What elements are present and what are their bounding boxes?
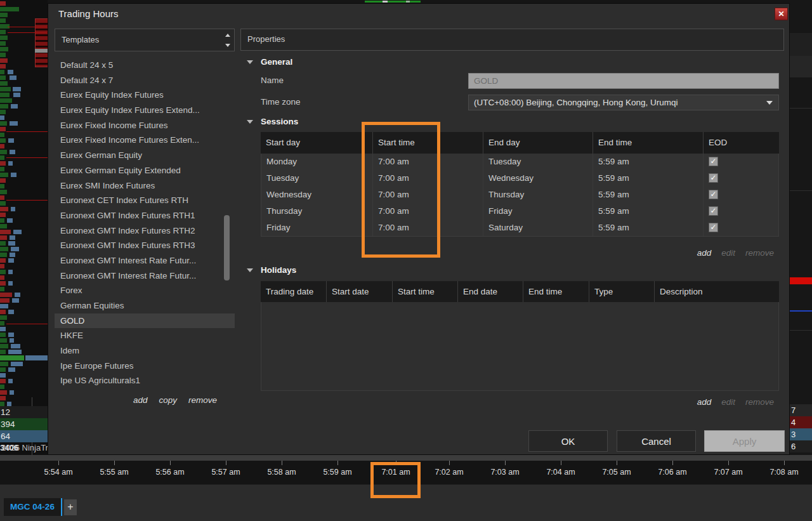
column-header[interactable]: End date bbox=[457, 281, 523, 302]
action-link[interactable]: add bbox=[697, 248, 712, 258]
action-link[interactable]: edit bbox=[721, 248, 735, 258]
action-link[interactable]: edit bbox=[721, 397, 735, 407]
eod-checkbox[interactable]: ✓ bbox=[709, 173, 718, 183]
template-list-item[interactable]: Euronext GMT Index Futures RTH1 bbox=[55, 208, 235, 223]
template-list-item[interactable]: Default 24 x 5 bbox=[55, 58, 235, 73]
template-list-item[interactable]: Eurex Equity Index Futures Extend... bbox=[55, 103, 235, 118]
template-list-item[interactable]: Ipe US Agriculturals2 bbox=[55, 388, 235, 393]
end-time-cell: 5:59 am bbox=[593, 203, 703, 220]
end-time-cell: 5:59 am bbox=[593, 170, 703, 187]
window-divider bbox=[0, 455, 812, 461]
template-list-item[interactable]: Euronext GMT Index Futures RTH3 bbox=[55, 238, 235, 253]
section-holidays[interactable]: Holidays bbox=[247, 265, 296, 275]
column-header[interactable]: EOD bbox=[703, 132, 779, 154]
chart-blue-line bbox=[790, 310, 812, 312]
template-list-item[interactable]: German Equities bbox=[55, 298, 235, 313]
section-sessions[interactable]: Sessions bbox=[247, 117, 298, 126]
annotation-start-time-column bbox=[362, 122, 440, 258]
timezone-label: Time zone bbox=[261, 97, 301, 107]
cancel-button[interactable]: Cancel bbox=[617, 430, 696, 452]
chart-watermark: 3406 2026 NinjaTr bbox=[0, 443, 48, 454]
template-list-item[interactable]: Forex bbox=[55, 283, 235, 298]
scroll-down-button[interactable] bbox=[222, 40, 233, 50]
eod-checkbox[interactable]: ✓ bbox=[709, 223, 718, 232]
apply-button[interactable]: Apply bbox=[704, 430, 785, 452]
section-label: Sessions bbox=[261, 117, 298, 126]
collapse-triangle-icon bbox=[247, 60, 253, 64]
action-link[interactable]: add bbox=[133, 395, 148, 405]
start-day-cell: Wednesday bbox=[261, 187, 372, 203]
timezone-select[interactable]: (UTC+08:00) Beijing, Chongqing, Hong Kon… bbox=[468, 95, 779, 110]
dialog-title-bar[interactable]: Trading Hours ✕ bbox=[48, 4, 789, 25]
sessions-table-body: Monday 7:00 am Tuesday 5:59 am ✓ Tuesday… bbox=[261, 154, 779, 237]
action-link[interactable]: remove bbox=[745, 248, 774, 258]
chart-price-ladder: 12 394 64 3406 2026 NinjaTr bbox=[0, 0, 48, 455]
template-list-item[interactable]: Euronext GMT Interest Rate Futur... bbox=[55, 268, 235, 284]
column-header[interactable]: Start time bbox=[392, 281, 457, 302]
axis-tick bbox=[617, 461, 617, 465]
template-list-item[interactable]: Idem bbox=[55, 343, 235, 359]
session-row[interactable]: Tuesday 7:00 am Wednesday 5:59 am ✓ bbox=[261, 170, 778, 187]
action-link[interactable]: remove bbox=[745, 397, 774, 407]
volume-profile-bars bbox=[0, 0, 48, 419]
template-list-item[interactable]: Euronext GMT Interest Rate Futur... bbox=[55, 253, 235, 268]
template-list-item[interactable]: Euronext CET Index Futures RTH bbox=[55, 193, 235, 208]
name-label: Name bbox=[261, 76, 284, 85]
template-list-item[interactable]: HKFE bbox=[55, 328, 235, 343]
triangle-up-icon bbox=[225, 34, 230, 37]
eod-cell: ✓ bbox=[703, 187, 778, 203]
close-button[interactable]: ✕ bbox=[775, 8, 788, 20]
session-row[interactable]: Monday 7:00 am Tuesday 5:59 am ✓ bbox=[261, 154, 778, 170]
eod-cell: ✓ bbox=[703, 170, 778, 187]
chart-marker bbox=[406, 1, 410, 3]
template-list-item[interactable]: GOLD bbox=[55, 313, 235, 329]
template-list-item[interactable]: Eurex German Equity Extended bbox=[55, 163, 235, 178]
end-day-cell: Tuesday bbox=[483, 154, 593, 170]
dialog-title: Trading Hours bbox=[58, 8, 118, 19]
template-list-item[interactable]: Eurex Fixed Income Futures bbox=[55, 118, 235, 133]
session-row[interactable]: Thursday 7:00 am Friday 5:59 am ✓ bbox=[261, 203, 778, 220]
column-header[interactable]: Start date bbox=[326, 281, 392, 302]
action-link[interactable]: copy bbox=[159, 395, 177, 405]
scroll-up-button[interactable] bbox=[222, 30, 233, 40]
column-header[interactable]: End day bbox=[483, 132, 593, 154]
chart-red-bar bbox=[790, 277, 812, 284]
column-header[interactable]: Start day bbox=[261, 132, 372, 154]
section-general[interactable]: General bbox=[247, 57, 292, 67]
eod-cell: ✓ bbox=[703, 203, 778, 220]
column-header[interactable]: Description bbox=[654, 281, 777, 302]
price-axis-labels-right: 7 4 3 6 bbox=[790, 404, 812, 452]
new-tab-button[interactable]: + bbox=[64, 499, 77, 515]
chart-tab-mgc-04-26[interactable]: MGC 04-26 bbox=[4, 498, 62, 516]
gridline bbox=[790, 190, 812, 191]
price-label-text: 7 bbox=[791, 406, 796, 415]
scrollbar-thumb[interactable] bbox=[224, 215, 230, 280]
template-list-item[interactable]: Eurex Fixed Income Futures Exten... bbox=[55, 133, 235, 148]
template-list-item[interactable]: Ipe US Agriculturals1 bbox=[55, 373, 235, 388]
action-link[interactable]: add bbox=[697, 397, 712, 407]
ok-button[interactable]: OK bbox=[528, 430, 608, 452]
start-day-cell: Tuesday bbox=[261, 170, 372, 187]
axis-tick bbox=[561, 461, 561, 465]
eod-checkbox[interactable]: ✓ bbox=[709, 157, 718, 166]
template-list-item[interactable]: Eurex German Equity bbox=[55, 148, 235, 163]
template-list-item[interactable]: Eurex SMI Index Futures bbox=[55, 178, 235, 194]
column-header[interactable]: End time bbox=[593, 132, 703, 154]
time-axis-label: 5:54 am bbox=[44, 468, 72, 477]
gridline bbox=[790, 330, 812, 331]
eod-checkbox[interactable]: ✓ bbox=[709, 206, 718, 216]
template-list-item[interactable]: Eurex Equity Index Futures bbox=[55, 88, 235, 103]
column-header[interactable]: Trading date bbox=[261, 281, 326, 302]
triangle-down-icon bbox=[225, 44, 230, 47]
sessions-table: Start dayStart timeEnd dayEnd timeEOD Mo… bbox=[261, 132, 779, 237]
template-list-item[interactable]: Default 24 x 7 bbox=[55, 73, 235, 88]
action-link[interactable]: remove bbox=[188, 395, 217, 405]
eod-checkbox[interactable]: ✓ bbox=[709, 190, 718, 199]
template-list-item[interactable]: Ipe Europe Futures bbox=[55, 359, 235, 374]
column-header[interactable]: Type bbox=[589, 281, 654, 302]
session-row[interactable]: Friday 7:00 am Saturday 5:59 am ✓ bbox=[261, 220, 778, 236]
template-list-item[interactable]: Euronext GMT Index Futures RTH2 bbox=[55, 223, 235, 239]
end-time-cell: 5:59 am bbox=[593, 187, 703, 203]
column-header[interactable]: End time bbox=[523, 281, 589, 302]
session-row[interactable]: Wednesday 7:00 am Thursday 5:59 am ✓ bbox=[261, 187, 778, 203]
